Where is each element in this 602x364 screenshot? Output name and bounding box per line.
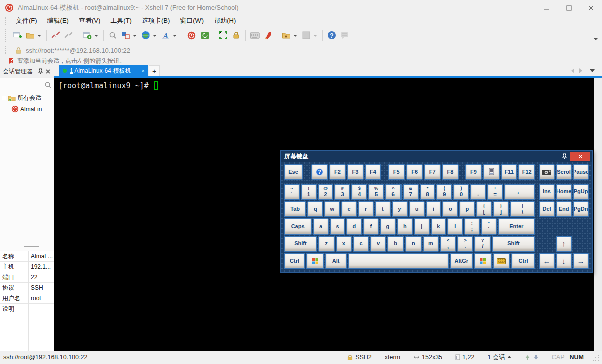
- search-icon[interactable]: [44, 81, 52, 90]
- tile-layout-dropdown[interactable]: [133, 35, 137, 39]
- lock-screen-button[interactable]: [230, 29, 243, 42]
- menu-view[interactable]: 查看(V): [74, 15, 105, 26]
- osk-key-f12[interactable]: F12: [518, 164, 535, 180]
- terminal-scrollbar[interactable]: [594, 78, 602, 351]
- osk-key-6[interactable]: ^6: [385, 184, 402, 200]
- osk-key-arrow-down[interactable]: ↓: [556, 253, 572, 269]
- menu-help[interactable]: 帮助(H): [209, 15, 241, 26]
- osk-key-backspace[interactable]: ←: [504, 184, 535, 200]
- osk-key-g[interactable]: g: [380, 218, 395, 235]
- osk-key-semicolon[interactable]: :;: [464, 218, 480, 235]
- tile-layout-button[interactable]: [119, 29, 132, 42]
- osk-key-tab[interactable]: Tab: [284, 201, 306, 218]
- osk-key-s[interactable]: s: [330, 218, 345, 235]
- osk-key-arrow-left[interactable]: ←: [539, 253, 555, 269]
- osk-key-v[interactable]: v: [370, 236, 387, 252]
- close-button[interactable]: [580, 0, 602, 15]
- new-file-button[interactable]: [280, 29, 293, 42]
- fullscreen-button[interactable]: [217, 29, 230, 42]
- osk-key-bracket-close[interactable]: }]: [493, 201, 509, 218]
- osk-key-7[interactable]: &7: [403, 184, 419, 200]
- osk-key-del[interactable]: Del: [539, 201, 555, 218]
- web-browser-dropdown[interactable]: [153, 35, 157, 39]
- transfer-button[interactable]: [300, 29, 313, 42]
- osk-key-backtick[interactable]: ~`: [284, 184, 300, 200]
- osk-key-1[interactable]: !1: [301, 184, 317, 200]
- osk-key-a[interactable]: a: [313, 218, 328, 235]
- osk-key-period[interactable]: >.: [457, 236, 474, 252]
- osk-key-backslash[interactable]: |\: [510, 201, 535, 218]
- keyboard-close-button[interactable]: [570, 152, 590, 161]
- osk-key-f7[interactable]: F7: [424, 164, 441, 180]
- osk-key-ctrl-right[interactable]: Ctrl: [511, 253, 535, 269]
- font-button[interactable]: A: [159, 29, 172, 42]
- help-button[interactable]: ?: [325, 29, 338, 42]
- keyboard-pin-icon[interactable]: [560, 153, 568, 161]
- menu-window[interactable]: 窗口(W): [175, 15, 209, 26]
- pin-icon[interactable]: [37, 68, 44, 75]
- toolbar-overflow-button[interactable]: [594, 38, 598, 42]
- open-session-dropdown[interactable]: [37, 35, 41, 39]
- osk-key-f2[interactable]: F2: [329, 164, 346, 180]
- osk-key-z[interactable]: z: [318, 236, 335, 252]
- compose-pen-button[interactable]: [261, 29, 274, 42]
- osk-key-shift-right[interactable]: Shift: [492, 236, 535, 252]
- new-tab-button[interactable]: +: [149, 65, 160, 76]
- address-bar[interactable]: ssh://root:******@192.168.10.100:22: [0, 44, 602, 56]
- osk-key-q[interactable]: q: [307, 201, 323, 218]
- osk-key-4[interactable]: $4: [351, 184, 367, 200]
- osk-key-r[interactable]: r: [358, 201, 374, 218]
- session-properties-button[interactable]: [81, 29, 94, 42]
- osk-key-u[interactable]: u: [409, 201, 425, 218]
- osk-key-8[interactable]: *8: [420, 184, 436, 200]
- panel-splitter[interactable]: [0, 244, 54, 251]
- menu-edit[interactable]: 编辑(E): [42, 15, 74, 26]
- osk-key-f4[interactable]: F4: [365, 164, 382, 180]
- osk-key-t[interactable]: t: [375, 201, 391, 218]
- osk-key-comma[interactable]: <,: [440, 236, 456, 252]
- osk-key-f3[interactable]: F3: [347, 164, 364, 180]
- osk-key-quote[interactable]: "': [481, 218, 496, 235]
- tab-almalinux[interactable]: 1 AlmaLinux-64-模板机 ×: [59, 65, 148, 76]
- minimize-button[interactable]: [536, 0, 558, 15]
- osk-key-pgup[interactable]: PgUp: [573, 184, 589, 200]
- osk-key-space[interactable]: [348, 253, 449, 269]
- feedback-button[interactable]: [338, 29, 351, 42]
- osk-key-j[interactable]: j: [414, 218, 429, 235]
- osk-key-b[interactable]: b: [387, 236, 404, 252]
- open-session-button[interactable]: [24, 29, 37, 42]
- osk-key-w[interactable]: w: [324, 201, 340, 218]
- xftp-app-button[interactable]: [198, 29, 211, 42]
- osk-key-altgr[interactable]: AltGr: [450, 253, 473, 269]
- new-session-button[interactable]: [11, 29, 24, 42]
- osk-key-pause[interactable]: Pause: [573, 164, 589, 180]
- resize-grip[interactable]: [593, 354, 600, 361]
- tab-list-dropdown-icon[interactable]: [590, 69, 595, 75]
- osk-key-p[interactable]: p: [459, 201, 475, 218]
- osk-key-equals[interactable]: +=: [487, 184, 503, 200]
- tab-close-icon[interactable]: ×: [142, 68, 145, 74]
- osk-key-2[interactable]: @2: [318, 184, 334, 200]
- osk-key-0[interactable]: )0: [453, 184, 469, 200]
- osk-key-3[interactable]: #3: [334, 184, 350, 200]
- tab-scroll-right-icon[interactable]: [579, 68, 585, 73]
- toolbar-drag-handle[interactable]: [5, 29, 8, 41]
- osk-key-win-right-icon[interactable]: [474, 253, 491, 269]
- disconnect-button[interactable]: [49, 29, 62, 42]
- osk-key-caps[interactable]: Caps: [284, 218, 312, 235]
- osk-key-f[interactable]: f: [363, 218, 379, 235]
- osk-key-h[interactable]: h: [397, 218, 413, 235]
- osk-key-scroll-lock[interactable]: Scrol: [556, 164, 572, 180]
- font-dropdown[interactable]: [173, 35, 177, 39]
- tab-scroll-left-icon[interactable]: [569, 68, 574, 73]
- menu-tab[interactable]: 选项卡(B): [137, 15, 175, 26]
- close-panel-icon[interactable]: [44, 68, 52, 75]
- osk-key-y[interactable]: y: [392, 201, 408, 218]
- osk-key-n[interactable]: n: [405, 236, 422, 252]
- status-session-count[interactable]: 1 会话: [487, 353, 511, 362]
- scroll-down-button[interactable]: [533, 355, 539, 360]
- osk-key-o[interactable]: o: [442, 201, 458, 218]
- session-properties-dropdown[interactable]: [94, 35, 98, 39]
- scroll-up-button[interactable]: [525, 355, 530, 360]
- osk-key-f8[interactable]: F8: [442, 164, 459, 180]
